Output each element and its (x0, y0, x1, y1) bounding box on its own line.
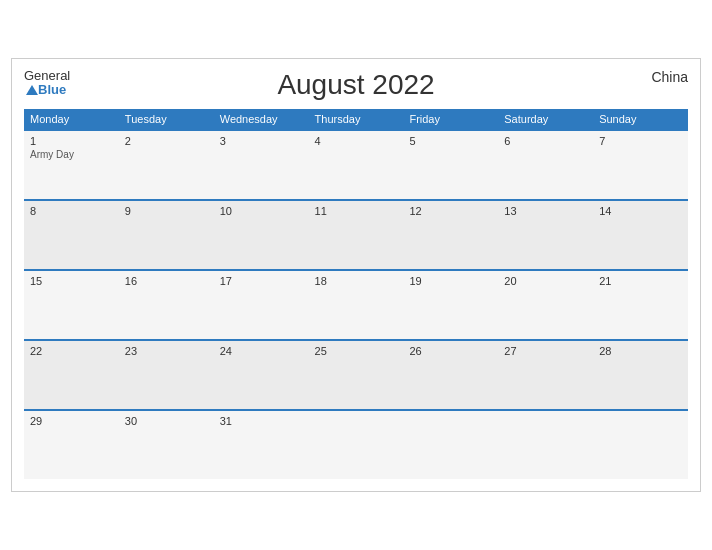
day-cell: 4 (309, 131, 404, 199)
day-cell: 10 (214, 201, 309, 269)
day-number: 6 (504, 135, 587, 147)
day-number: 2 (125, 135, 208, 147)
day-cell: 12 (403, 201, 498, 269)
day-cell: 17 (214, 271, 309, 339)
day-cell (403, 411, 498, 479)
logo-general-text: General (24, 69, 70, 83)
weekday-sunday: Sunday (593, 109, 688, 129)
day-cell: 31 (214, 411, 309, 479)
day-cell: 1Army Day (24, 131, 119, 199)
week-row-1: 1Army Day234567 (24, 129, 688, 199)
logo-triangle-icon (26, 85, 38, 95)
day-cell: 6 (498, 131, 593, 199)
day-number: 17 (220, 275, 303, 287)
day-cell: 18 (309, 271, 404, 339)
day-number: 15 (30, 275, 113, 287)
day-number: 21 (599, 275, 682, 287)
day-cell: 25 (309, 341, 404, 409)
weekday-wednesday: Wednesday (214, 109, 309, 129)
day-cell (593, 411, 688, 479)
day-number: 5 (409, 135, 492, 147)
day-number: 25 (315, 345, 398, 357)
day-number: 28 (599, 345, 682, 357)
day-cell: 2 (119, 131, 214, 199)
day-number: 23 (125, 345, 208, 357)
week-row-4: 22232425262728 (24, 339, 688, 409)
day-number: 16 (125, 275, 208, 287)
day-cell: 7 (593, 131, 688, 199)
day-cell (309, 411, 404, 479)
day-cell: 19 (403, 271, 498, 339)
day-cell (498, 411, 593, 479)
weekday-tuesday: Tuesday (119, 109, 214, 129)
day-number: 18 (315, 275, 398, 287)
day-number: 12 (409, 205, 492, 217)
day-number: 11 (315, 205, 398, 217)
day-number: 3 (220, 135, 303, 147)
day-number: 7 (599, 135, 682, 147)
day-number: 20 (504, 275, 587, 287)
day-cell: 23 (119, 341, 214, 409)
day-cell: 13 (498, 201, 593, 269)
logo-blue-text: Blue (38, 83, 66, 97)
day-number: 30 (125, 415, 208, 427)
weekday-monday: Monday (24, 109, 119, 129)
day-cell: 24 (214, 341, 309, 409)
day-number: 27 (504, 345, 587, 357)
weekday-thursday: Thursday (309, 109, 404, 129)
logo: General Blue (24, 69, 70, 98)
day-cell: 14 (593, 201, 688, 269)
day-number: 10 (220, 205, 303, 217)
day-cell: 28 (593, 341, 688, 409)
day-cell: 8 (24, 201, 119, 269)
calendar: General Blue August 2022 China Monday Tu… (11, 58, 701, 492)
day-cell: 21 (593, 271, 688, 339)
day-cell: 20 (498, 271, 593, 339)
weekdays-row: Monday Tuesday Wednesday Thursday Friday… (24, 109, 688, 129)
week-row-3: 15161718192021 (24, 269, 688, 339)
day-number: 13 (504, 205, 587, 217)
calendar-title: August 2022 (277, 69, 434, 101)
week-row-2: 891011121314 (24, 199, 688, 269)
country-label: China (651, 69, 688, 85)
day-number: 19 (409, 275, 492, 287)
day-cell: 3 (214, 131, 309, 199)
day-cell: 22 (24, 341, 119, 409)
weekday-saturday: Saturday (498, 109, 593, 129)
day-number: 31 (220, 415, 303, 427)
day-number: 29 (30, 415, 113, 427)
day-cell: 15 (24, 271, 119, 339)
day-number: 14 (599, 205, 682, 217)
calendar-weeks: 1Army Day2345678910111213141516171819202… (24, 129, 688, 479)
day-cell: 26 (403, 341, 498, 409)
calendar-header: General Blue August 2022 China (24, 69, 688, 101)
day-number: 8 (30, 205, 113, 217)
day-number: 26 (409, 345, 492, 357)
day-cell: 5 (403, 131, 498, 199)
weekday-friday: Friday (403, 109, 498, 129)
day-cell: 11 (309, 201, 404, 269)
day-cell: 27 (498, 341, 593, 409)
day-cell: 30 (119, 411, 214, 479)
day-cell: 9 (119, 201, 214, 269)
day-number: 1 (30, 135, 113, 147)
day-number: 22 (30, 345, 113, 357)
day-cell: 29 (24, 411, 119, 479)
day-cell: 16 (119, 271, 214, 339)
day-event: Army Day (30, 149, 113, 160)
day-number: 24 (220, 345, 303, 357)
day-number: 4 (315, 135, 398, 147)
day-number: 9 (125, 205, 208, 217)
week-row-5: 293031 (24, 409, 688, 479)
